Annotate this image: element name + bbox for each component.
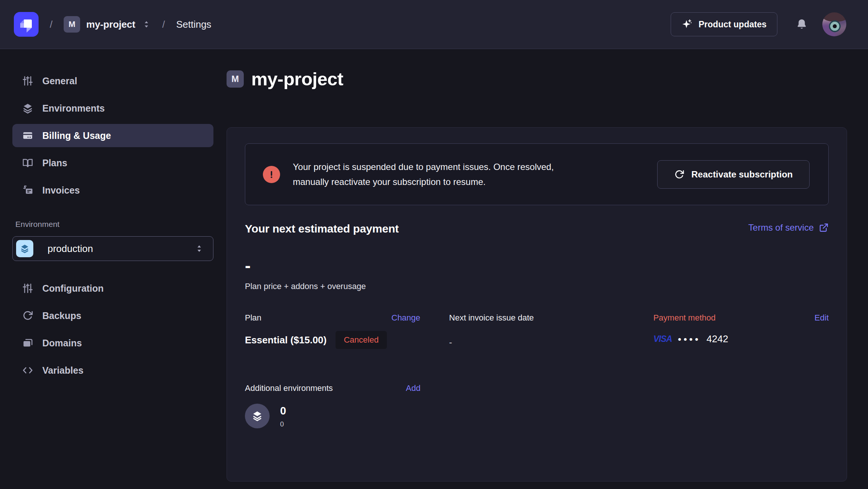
top-bar: / M my-project / Settings Product update…: [0, 0, 868, 49]
visa-logo: VISA: [653, 334, 672, 344]
sidebar-item-label: Billing & Usage: [42, 130, 111, 141]
open-book-icon: [22, 157, 33, 168]
sidebar-item-variables[interactable]: Variables: [12, 359, 213, 382]
environment-icon: [16, 240, 33, 257]
code-icon: [22, 365, 33, 376]
estimated-amount: -: [245, 257, 829, 274]
breadcrumb-project[interactable]: M my-project: [64, 16, 151, 33]
sidebar-item-label: Variables: [42, 365, 84, 376]
payment-method-label: Payment method: [653, 313, 716, 323]
sidebar-item-label: General: [42, 76, 77, 86]
billing-card: Your project is suspended due to payment…: [227, 127, 847, 482]
environments-count: 0: [280, 405, 286, 417]
project-initial-chip: M: [64, 16, 80, 33]
external-link-icon: [819, 223, 829, 233]
project-initial-chip: M: [227, 70, 244, 88]
refresh-icon: [674, 169, 685, 180]
sparkle-icon: [682, 19, 693, 30]
environments-usage-count: 0: [280, 420, 286, 428]
next-invoice-column: Next invoice issue date -: [449, 313, 624, 349]
plan-name: Essential ($15.00): [245, 334, 327, 346]
breadcrumb-separator: /: [162, 19, 165, 30]
environment-section-label: Environment: [15, 220, 213, 229]
suspension-message: Your project is suspended due to payment…: [293, 160, 554, 189]
next-invoice-value: -: [449, 337, 624, 347]
sidebar-item-billing-usage[interactable]: Billing & Usage: [12, 124, 213, 147]
sidebar-item-label: Backups: [42, 310, 81, 321]
sidebar-item-configuration[interactable]: Configuration: [12, 277, 213, 300]
suspension-message-line2: manually reactivate your subscription to…: [293, 174, 554, 189]
plan-column: Plan Change Essential ($15.00) Canceled: [245, 313, 420, 349]
reactivate-subscription-button[interactable]: Reactivate subscription: [657, 160, 810, 189]
plan-label: Plan: [245, 313, 261, 323]
billing-details-grid: Plan Change Essential ($15.00) Canceled …: [245, 313, 829, 349]
sidebar-item-environments[interactable]: Environments: [12, 97, 213, 120]
breadcrumb-separator: /: [50, 19, 52, 30]
suspension-message-line1: Your project is suspended due to payment…: [293, 160, 554, 174]
sidebar-item-label: Invoices: [42, 185, 80, 196]
sidebar-item-backups[interactable]: Backups: [12, 304, 213, 327]
strapi-logo-icon: [14, 12, 39, 37]
sidebar: General Environments Billing & Usage: [0, 49, 227, 489]
sliders-icon: [22, 283, 33, 294]
next-payment-heading: Your next estimated payment: [245, 222, 399, 235]
sidebar-item-label: Configuration: [42, 283, 104, 294]
breadcrumb-project-name: my-project: [86, 19, 135, 30]
credit-card-icon: [22, 130, 33, 141]
page-title: my-project: [251, 69, 343, 89]
page-title-row: M my-project: [227, 69, 847, 89]
project-switcher-icon[interactable]: [142, 20, 151, 29]
product-updates-label: Product updates: [699, 19, 767, 30]
payment-formula: Plan price + addons + overusage: [245, 282, 829, 291]
invoice-receipt-icon: [22, 185, 33, 196]
reactivate-subscription-label: Reactivate subscription: [691, 169, 793, 180]
next-invoice-label: Next invoice issue date: [449, 313, 534, 323]
payment-method-column: Payment method Edit VISA •••• 4242: [653, 313, 829, 349]
suspension-banner: Your project is suspended due to payment…: [245, 143, 829, 205]
environment-select-value: production: [48, 243, 93, 255]
layers-icon: [251, 410, 263, 422]
sidebar-item-invoices[interactable]: Invoices: [12, 179, 213, 202]
layers-icon: [22, 103, 33, 114]
main-content: M my-project Your project is suspended d…: [227, 49, 868, 489]
top-bar-actions: Product updates: [671, 12, 846, 36]
sidebar-item-domains[interactable]: Domains: [12, 331, 213, 355]
sidebar-item-plans[interactable]: Plans: [12, 151, 213, 174]
environments-count-icon: [245, 404, 270, 428]
breadcrumb-settings[interactable]: Settings: [176, 19, 211, 30]
terms-of-service-label: Terms of service: [748, 222, 814, 233]
additional-environments-label: Additional environments: [245, 383, 333, 393]
masked-card-digits: ••••: [678, 334, 700, 344]
add-environment-link[interactable]: Add: [406, 383, 421, 393]
environment-select[interactable]: production: [12, 236, 213, 261]
notifications-bell-icon[interactable]: [795, 18, 808, 31]
user-avatar[interactable]: [822, 12, 846, 36]
edit-payment-method-link[interactable]: Edit: [814, 313, 829, 323]
stacked-windows-icon: [22, 337, 33, 349]
terms-of-service-link[interactable]: Terms of service: [748, 222, 829, 233]
sidebar-item-label: Plans: [42, 158, 67, 168]
additional-environments-section: Additional environments Add 0 0: [245, 383, 421, 428]
card-last-four: 4242: [707, 333, 728, 345]
sliders-icon: [22, 75, 33, 86]
change-plan-link[interactable]: Change: [391, 313, 420, 323]
product-updates-button[interactable]: Product updates: [671, 12, 777, 36]
app-logo[interactable]: [14, 12, 39, 37]
sidebar-item-label: Domains: [42, 338, 82, 349]
chevron-up-down-icon: [194, 244, 204, 253]
warning-icon: [263, 166, 280, 183]
rotate-cw-icon: [22, 310, 33, 321]
sidebar-item-general[interactable]: General: [12, 69, 213, 92]
sidebar-item-label: Environments: [42, 103, 105, 114]
plan-status-badge: Canceled: [336, 331, 387, 349]
